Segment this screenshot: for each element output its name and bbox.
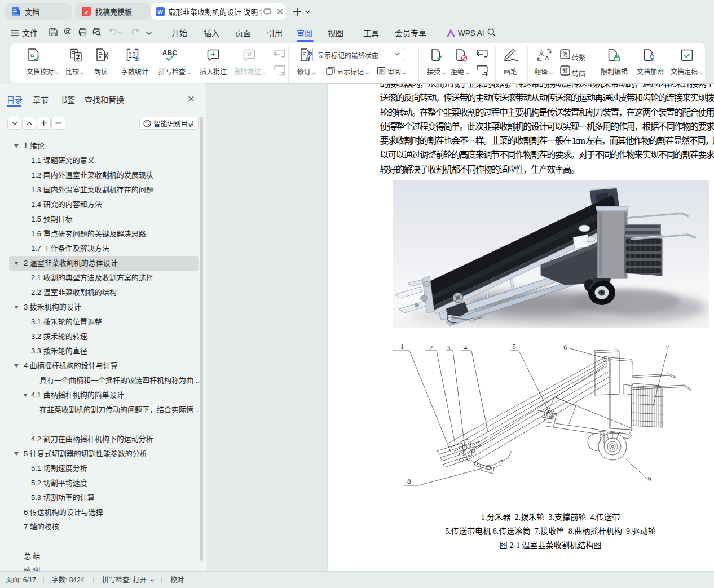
- svg-text:文: 文: [539, 49, 545, 56]
- svg-text:ABC: ABC: [162, 49, 177, 57]
- svg-text:a: a: [30, 51, 34, 58]
- svg-text:简: 简: [562, 51, 568, 58]
- svg-text:6: 6: [563, 343, 567, 351]
- svg-text:A: A: [545, 55, 549, 61]
- svg-text:繁: 繁: [562, 67, 568, 74]
- svg-text:1: 1: [400, 342, 404, 351]
- svg-text:5: 5: [512, 342, 516, 351]
- svg-text:7: 7: [665, 343, 669, 352]
- svg-text:12: 12: [128, 51, 136, 59]
- svg-text:9: 9: [647, 475, 651, 483]
- svg-text:W: W: [157, 8, 163, 15]
- svg-text:8: 8: [407, 477, 411, 485]
